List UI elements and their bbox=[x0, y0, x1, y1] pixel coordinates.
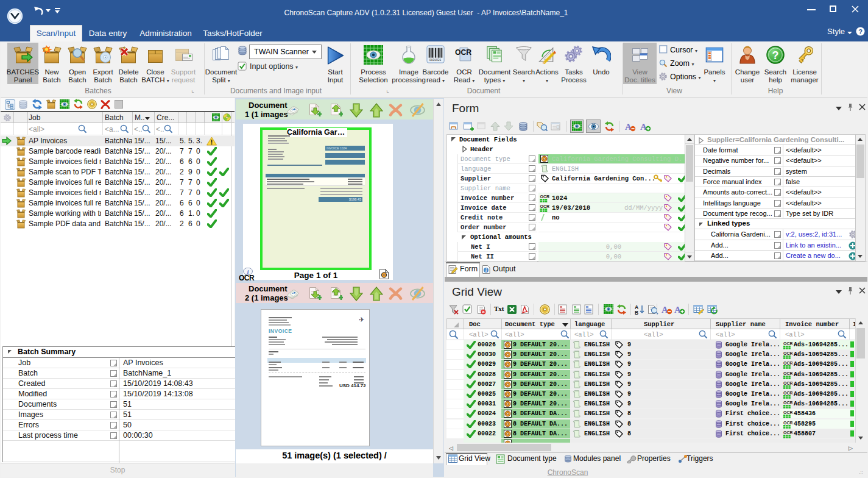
svg-text:?: ? bbox=[858, 28, 863, 35]
